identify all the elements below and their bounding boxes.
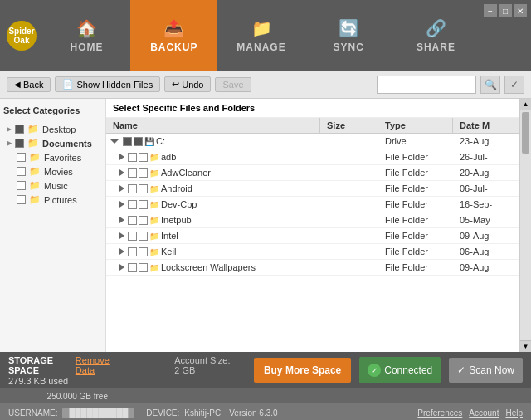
sidebar-item-movies[interactable]: 📁 Movies [3, 164, 102, 178]
file-name: 📁 Android [106, 181, 320, 196]
expand-triangle-icon[interactable] [119, 169, 124, 176]
checkbox-icon[interactable] [128, 263, 137, 272]
table-row[interactable]: 💾 C: Drive 23-Aug [106, 134, 519, 149]
folder-icon: 📁 [27, 124, 39, 134]
drive-icon: 💾 [144, 137, 154, 146]
show-hidden-button[interactable]: 📄 Show Hidden Files [55, 76, 160, 92]
table-row[interactable]: 📁 Android File Folder 06-Jul- [106, 181, 519, 197]
sidebar-item-music[interactable]: 📁 Music [3, 178, 102, 193]
file-name: 📁 Lockscreen Wallpapers [106, 260, 320, 275]
checkbox-movies[interactable] [17, 167, 26, 176]
checkbox2-icon[interactable] [139, 247, 148, 256]
checkbox-documents[interactable] [15, 139, 24, 148]
tab-backup[interactable]: 📤 BACKUP [130, 0, 217, 71]
connected-button[interactable]: ✓ Connected [359, 357, 441, 383]
device-value: Kshitij-PC [184, 408, 221, 418]
checkbox-desktop[interactable] [15, 125, 24, 134]
sync-icon: 🔄 [339, 18, 359, 38]
checkbox2-icon[interactable] [139, 168, 148, 178]
checkbox-icon[interactable] [128, 200, 137, 209]
home-icon: 🏠 [76, 18, 97, 38]
progress-bar-section: 250.000 GB free [0, 388, 531, 403]
expand-triangle-icon[interactable] [119, 185, 124, 192]
manage-icon: 📁 [251, 18, 272, 38]
checkbox-icon[interactable] [128, 168, 137, 178]
col-type: Type [378, 118, 453, 133]
close-button[interactable]: ✕ [514, 4, 527, 17]
checkbox2-icon[interactable] [139, 153, 148, 162]
expand-triangle-icon[interactable] [119, 248, 124, 255]
checkbox-favorites[interactable] [17, 153, 26, 162]
sidebar-item-desktop[interactable]: ▶ 📁 Desktop [3, 122, 102, 136]
scan-now-button[interactable]: ✓ Scan Now [449, 358, 523, 383]
checkbox-icon[interactable] [128, 247, 137, 256]
account-size-label: Account Size: 2 GB [174, 355, 237, 375]
checkbox-pictures[interactable] [17, 195, 26, 204]
expand-triangle-icon[interactable] [119, 201, 124, 208]
username-value: ██████████ [62, 408, 134, 418]
scroll-thumb[interactable] [522, 112, 529, 154]
table-row[interactable]: 📁 Keil File Folder 06-Aug [106, 244, 519, 260]
scroll-up-button[interactable]: ▲ [520, 99, 531, 110]
maximize-button[interactable]: □ [499, 4, 512, 17]
app-logo: SpiderOak [0, 0, 43, 71]
tab-home[interactable]: 🏠 HOME [43, 0, 130, 71]
file-browser-title: Select Specific Files and Folders [106, 99, 519, 118]
folder-icon: 📁 [27, 138, 39, 149]
checkbox2-icon[interactable] [139, 232, 148, 241]
col-size: Size [320, 118, 378, 133]
back-button[interactable]: ◀ Back [7, 77, 51, 92]
search-button[interactable]: 🔍 [480, 76, 500, 94]
tab-share[interactable]: 🔗 SHARE [392, 0, 480, 71]
confirm-button[interactable]: ✓ [504, 76, 524, 94]
checkbox-icon[interactable] [128, 232, 137, 241]
checkbox2-icon[interactable] [134, 137, 143, 146]
expand-triangle-icon[interactable] [119, 264, 124, 271]
checkbox2-icon[interactable] [139, 200, 148, 209]
checkbox-icon[interactable] [128, 216, 137, 225]
expand-triangle-icon[interactable] [119, 217, 124, 223]
sidebar-item-pictures[interactable]: 📁 Pictures [3, 193, 102, 207]
sidebar-item-favorites[interactable]: 📁 Favorites [3, 150, 102, 164]
folder-icon: 📁 [29, 194, 41, 205]
tab-manage[interactable]: 📁 MANAGE [217, 0, 304, 71]
expand-triangle-icon[interactable] [110, 139, 119, 147]
checkbox-music[interactable] [17, 181, 26, 190]
folder-icon: 📁 [149, 247, 159, 256]
preferences-link[interactable]: Preferences [417, 408, 462, 418]
buy-more-space-button[interactable]: Buy More Space [254, 358, 351, 383]
save-button[interactable]: Save [215, 77, 251, 92]
expand-triangle-icon[interactable] [119, 232, 124, 239]
scroll-down-button[interactable]: ▼ [520, 340, 531, 352]
table-row[interactable]: 📁 Lockscreen Wallpapers File Folder 09-A… [106, 260, 519, 276]
table-row[interactable]: 📁 Inetpub File Folder 05-May [106, 212, 519, 228]
checkbox2-icon[interactable] [139, 263, 148, 272]
file-table-header: Name Size Type Date M [106, 118, 519, 134]
checkbox2-icon[interactable] [139, 216, 148, 225]
table-row[interactable]: 📁 adb File Folder 26-Jul- [106, 149, 519, 165]
checkbox-icon[interactable] [128, 153, 137, 162]
minimize-button[interactable]: − [484, 4, 497, 17]
window-controls: − □ ✕ [480, 0, 531, 71]
checkmark-icon: ✓ [368, 364, 381, 377]
scrollbar[interactable]: ▲ ▼ [519, 99, 531, 352]
tab-sync[interactable]: 🔄 SYNC [305, 0, 392, 71]
checkbox2-icon[interactable] [139, 184, 148, 193]
undo-button[interactable]: ↩ Undo [164, 76, 211, 92]
remove-data-link[interactable]: Remove Data [76, 355, 119, 375]
account-link[interactable]: Account [469, 408, 499, 418]
table-row[interactable]: 📁 AdwCleaner File Folder 20-Aug [106, 165, 519, 181]
search-input[interactable] [377, 76, 476, 94]
expand-triangle-icon[interactable] [119, 154, 124, 160]
expand-icon: ▶ [7, 125, 12, 133]
app-header: SpiderOak 🏠 HOME 📤 BACKUP 📁 MANAGE 🔄 SYN… [0, 0, 531, 71]
toolbar: ◀ Back 📄 Show Hidden Files ↩ Undo Save 🔍… [0, 71, 531, 99]
folder-icon: 📁 [149, 263, 159, 272]
table-row[interactable]: 📁 Intel File Folder 09-Aug [106, 228, 519, 244]
checkbox-icon[interactable] [123, 137, 132, 146]
checkbox-icon[interactable] [128, 184, 137, 193]
help-link[interactable]: Help [505, 408, 523, 418]
table-row[interactable]: 📁 Dev-Cpp File Folder 16-Sep- [106, 197, 519, 212]
sidebar-item-documents[interactable]: ▶ 📁 Documents [3, 136, 102, 150]
username-label: USERNAME: [8, 408, 57, 418]
